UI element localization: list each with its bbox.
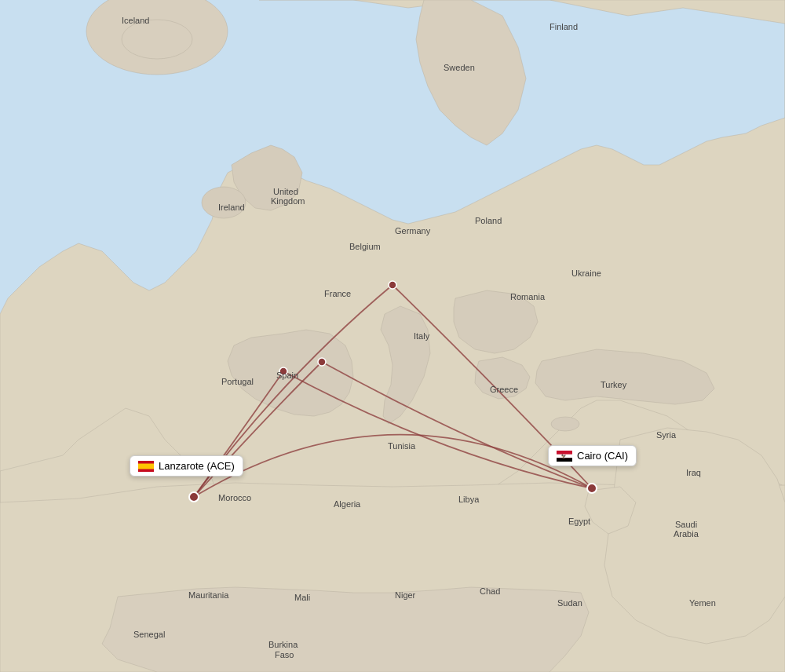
label-portugal: Portugal xyxy=(221,377,254,386)
label-mali: Mali xyxy=(294,593,310,602)
label-italy: Italy xyxy=(414,331,430,341)
label-belgium: Belgium xyxy=(349,242,381,251)
airport-label-cai: Cairo (CAI) xyxy=(577,450,628,462)
airport-tooltip-ace: Lanzarote (ACE) xyxy=(130,455,243,477)
label-united-kingdom: United xyxy=(273,187,298,196)
airport-label-ace: Lanzarote (ACE) xyxy=(159,460,235,472)
label-greece: Greece xyxy=(490,385,518,394)
waypoint-dot-3 xyxy=(318,358,326,366)
map-svg: Iceland Finland Sweden United Kingdom Ir… xyxy=(0,0,785,672)
label-burkina-faso-2: Faso xyxy=(275,650,294,659)
label-tunisia: Tunisia xyxy=(388,441,416,451)
label-poland: Poland xyxy=(475,216,502,225)
label-morocco: Morocco xyxy=(218,493,251,502)
label-sudan: Sudan xyxy=(557,598,582,608)
svg-rect-9 xyxy=(557,458,572,462)
label-saudi-arabia-2: Arabia xyxy=(674,529,699,539)
airport-dot-ace xyxy=(189,492,199,502)
svg-point-2 xyxy=(122,20,192,59)
label-germany: Germany xyxy=(395,226,431,236)
label-turkey: Turkey xyxy=(601,380,627,389)
label-united-kingdom-2: Kingdom xyxy=(271,196,305,206)
svg-rect-6 xyxy=(138,463,154,469)
label-chad: Chad xyxy=(480,586,500,596)
svg-text:🦅: 🦅 xyxy=(561,454,567,459)
label-finland: Finland xyxy=(550,22,578,31)
label-niger: Niger xyxy=(395,590,416,600)
waypoint-dot-1 xyxy=(389,281,396,289)
label-burkina-faso: Burkina xyxy=(268,640,298,649)
label-libya: Libya xyxy=(458,495,480,504)
flag-egypt: 🦅 xyxy=(557,451,572,462)
label-romania: Romania xyxy=(510,292,546,301)
label-ukraine: Ukraine xyxy=(571,268,601,278)
label-france: France xyxy=(324,289,351,298)
label-spain: Spain xyxy=(276,371,298,380)
label-iraq: Iraq xyxy=(686,468,701,477)
airport-dot-cai xyxy=(587,484,597,493)
label-sweden: Sweden xyxy=(444,63,475,72)
label-ireland: Ireland xyxy=(218,203,245,212)
label-iceland: Iceland xyxy=(122,16,149,25)
label-egypt: Egypt xyxy=(568,517,590,526)
airport-tooltip-cai: 🦅 Cairo (CAI) xyxy=(548,445,637,466)
flag-spain xyxy=(138,461,154,472)
label-syria: Syria xyxy=(656,430,677,440)
label-algeria: Algeria xyxy=(334,499,361,509)
label-saudi-arabia: Saudi xyxy=(675,520,697,529)
svg-point-4 xyxy=(551,417,579,431)
map-container: Iceland Finland Sweden United Kingdom Ir… xyxy=(0,0,785,672)
label-mauritania: Mauritania xyxy=(188,590,229,600)
label-yemen: Yemen xyxy=(689,598,716,608)
label-senegal: Senegal xyxy=(133,630,165,639)
